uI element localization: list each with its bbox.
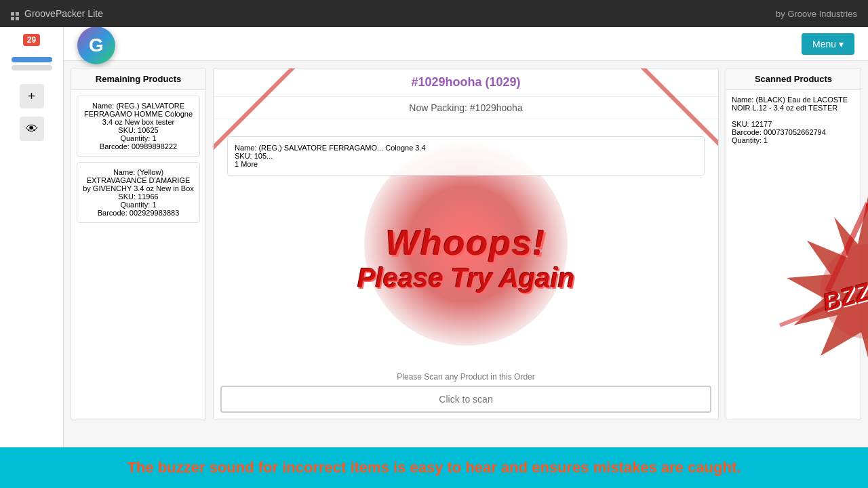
sidebar-progress-bar: [12, 57, 52, 62]
tooltip-text: The buzzer sound for incorrect items is …: [127, 459, 741, 476]
product-sku-2: SKU: 11966: [83, 192, 194, 201]
remaining-product-item: Name: (REG.) SALVATORE FERRAGAMO HOMME C…: [77, 96, 200, 157]
scanned-product-sku: SKU: 12177: [732, 120, 855, 128]
error-message: Whoops! Please Try Again: [357, 222, 574, 293]
app-name: GroovePacker Lite: [24, 8, 103, 19]
product-barcode-1: Barcode: 00989898222: [83, 142, 194, 150]
brand-name: by Groove Industries: [776, 9, 857, 19]
bzzzzt-container: BZZZZT: [766, 190, 868, 393]
product-name-2: Name: (Yellow) EXTRAVAGANCE D'AMARIGE by…: [83, 168, 194, 192]
product-name-1: Name: (REG.) SALVATORE FERRAGAMO HOMME C…: [83, 102, 194, 126]
logo-area: G: [77, 23, 115, 64]
scan-hint: Please Scan any Product in this Order: [220, 372, 711, 382]
scanned-product-name: Name: (BLACK) Eau de LACOSTE NOIR L.12 -…: [732, 96, 855, 112]
sidebar-secondary-bar: [12, 65, 52, 70]
scan-area: Please Scan any Product in this Order: [214, 365, 718, 420]
whoops-line2: Please Try Again: [357, 263, 574, 293]
scanned-products-header: Scanned Products: [726, 68, 861, 90]
main-area: G Menu ▾ Remaining Products Name: (REG.)…: [64, 27, 868, 461]
scan-input[interactable]: [220, 386, 711, 413]
topbar: GroovePacker Lite by Groove Industries: [0, 0, 868, 27]
remaining-products-panel: Remaining Products Name: (REG.) SALVATOR…: [71, 68, 206, 420]
scanned-product-details: Name: (BLACK) Eau de LACOSTE NOIR L.12 -…: [726, 90, 861, 150]
sidebar-eye-icon[interactable]: 👁: [20, 117, 44, 141]
remaining-product-item-2: Name: (Yellow) EXTRAVAGANCE D'AMARIGE by…: [77, 162, 200, 223]
tooltip-bar: The buzzer sound for incorrect items is …: [0, 447, 868, 488]
sidebar: 29 + 👁: [0, 27, 64, 461]
sidebar-badge: 29: [23, 34, 40, 46]
menu-button[interactable]: Menu ▾: [802, 33, 854, 55]
remaining-products-header: Remaining Products: [71, 68, 205, 90]
product-qty-2: Quantity: 1: [83, 201, 194, 209]
header-row: G Menu ▾: [64, 27, 868, 61]
scanned-product-qty: Quantity: 1: [732, 136, 855, 144]
product-qty-1: Quantity: 1: [83, 134, 194, 142]
product-barcode-2: Barcode: 002929983883: [83, 209, 194, 217]
whoops-line1: Whoops!: [357, 222, 574, 263]
product-sku-1: SKU: 10625: [83, 126, 194, 134]
topbar-left: GroovePacker Lite: [11, 7, 103, 20]
remaining-products-list: Name: (REG.) SALVATORE FERRAGAMO HOMME C…: [71, 90, 205, 417]
app-logo: G: [77, 26, 115, 64]
scanned-product-barcode: Barcode: 000737052662794: [732, 128, 855, 136]
grid-icon: [11, 7, 19, 20]
sidebar-add-icon[interactable]: +: [20, 84, 44, 108]
columns-container: Remaining Products Name: (REG.) SALVATOR…: [64, 61, 868, 427]
sidebar-icons: + 👁: [20, 84, 44, 141]
center-panel: #1029hooha (1029) Now Packing: #1029hooh…: [213, 68, 719, 420]
